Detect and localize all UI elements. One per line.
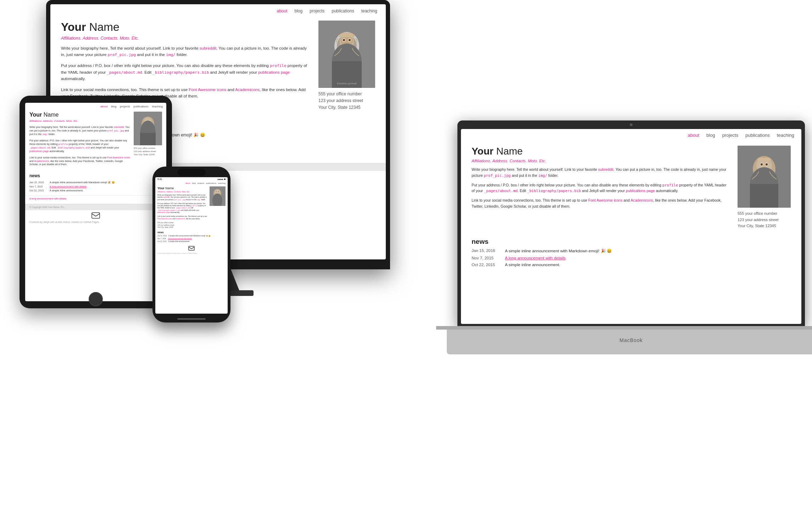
tablet-nav-teaching[interactable]: teaching — [152, 105, 163, 108]
macbook-nav-teaching[interactable]: teaching — [777, 133, 794, 138]
phone-nav-teaching[interactable]: teaching — [218, 182, 226, 184]
tablet-main: Your Name Affiliations. Address. Contact… — [29, 112, 130, 169]
monitor-nav-teaching[interactable]: teaching — [361, 9, 377, 13]
monitor-nav-about[interactable]: about — [277, 9, 288, 13]
phone-news-item-3: Oct 22, 2015 A simple inline announcemen… — [157, 241, 226, 242]
monitor-bio2: Put your address / P.O. box / other info… — [61, 62, 310, 82]
macbook-nav-blog[interactable]: blog — [706, 133, 715, 138]
svg-point-37 — [761, 163, 763, 166]
macbook-bio3: Link to your social media connections, t… — [472, 197, 729, 209]
phone-nav-projects[interactable]: projects — [198, 182, 204, 184]
phone-email-section — [155, 245, 228, 252]
tablet-home-button[interactable] — [89, 292, 103, 306]
macbook-news-item-1: Jan 15, 2016 A simple inline announcemen… — [472, 248, 791, 253]
svg-rect-22 — [92, 213, 100, 218]
phone-news-item-2: Nov 7, 2015 A long announcement with det… — [157, 238, 226, 240]
tablet-news-item-1: Jan 15, 2016 A simple inline announcemen… — [29, 181, 162, 184]
phone-screen: 9:41 ●●●● ■ about blog projects publicat… — [155, 177, 228, 314]
phone-main: Your Name Affiliations. Address. Contact… — [157, 186, 208, 229]
tablet-news-item-3: Oct 22, 2015 A simple inline announcemen… — [29, 189, 162, 192]
phone-news-title: news — [157, 231, 226, 234]
macbook-page-title: Your Name — [472, 146, 729, 157]
macbook-screen: about blog projects publications teachin… — [461, 129, 801, 324]
tablet-affiliations: Affiliations. Address. Contacts. Moto. E… — [29, 119, 130, 123]
tablet-nav-publications[interactable]: publications — [134, 105, 149, 108]
phone-nav-about[interactable]: about — [185, 182, 190, 184]
tablet-frame: about blog projects publications teachin… — [20, 96, 172, 308]
macbook-screen-area: about blog projects publications teachin… — [457, 120, 805, 326]
macbook-news-section: news Jan 15, 2016 A simple inline announ… — [461, 234, 801, 273]
macbook-nav-projects[interactable]: projects — [722, 133, 739, 138]
phone-nav-publications[interactable]: publications — [206, 182, 216, 184]
tablet-nav-projects[interactable]: projects — [120, 105, 130, 108]
phone-powered-by: Powered by Jekyll with al-folio theme. H… — [155, 252, 228, 255]
macbook-news-item-3: Oct 22, 2015 A simple inline announcemen… — [472, 263, 791, 267]
tablet-news-title: news — [29, 173, 162, 178]
monitor-sidebar: Einstein portrait 555 your office number… — [318, 21, 375, 111]
phone-email-icon — [188, 246, 195, 251]
macbook-main: Your Name Affiliations. Address. Contact… — [472, 146, 729, 229]
phone-bio1: Write your biography here. Tell the worl… — [157, 194, 208, 201]
monitor-address: 555 your office number 123 your address … — [318, 91, 375, 111]
phone-nav: about blog projects publications teachin… — [155, 181, 228, 185]
svg-rect-21 — [140, 133, 156, 145]
phone-home-bar[interactable] — [177, 318, 206, 320]
svg-text:Einstein portrait: Einstein portrait — [337, 82, 357, 85]
phone-frame: 9:41 ●●●● ■ about blog projects publicat… — [152, 167, 230, 322]
phone-status-bar: 9:41 ●●●● ■ — [155, 177, 228, 181]
monitor-photo: Einstein portrait — [318, 21, 375, 88]
macbook-brand-label: MacBook — [619, 337, 643, 343]
monitor-page-title: Your Name — [61, 21, 310, 34]
macbook-news-title: news — [472, 238, 791, 246]
phone-sidebar — [210, 186, 226, 229]
phone-photo — [210, 186, 226, 206]
phone-nav-blog[interactable]: blog — [192, 182, 195, 184]
phone-time: 9:41 — [157, 178, 162, 180]
svg-point-7 — [343, 39, 345, 41]
monitor-nav-projects[interactable]: projects — [310, 9, 324, 13]
phone-bio3: Link to your social media connections, t… — [157, 215, 208, 220]
tablet-page-title: Your Name — [29, 112, 130, 118]
phone-news-item-1: Jan 15, 2016 A simple inline announcemen… — [157, 235, 226, 237]
tablet-news-section: news Jan 15, 2016 A simple inline announ… — [25, 171, 166, 195]
macbook-nav-publications[interactable]: publications — [745, 133, 770, 138]
tablet-bio1: Write your biography here. Tell the worl… — [29, 125, 130, 136]
tablet-nav: about blog projects publications teachin… — [25, 103, 166, 110]
tablet-bio3: Link to your social media connections, t… — [29, 156, 130, 166]
monitor-affiliations: Affiliations. Address. Contacts. Moto. E… — [61, 36, 310, 41]
monitor-nav-publications[interactable]: publications — [332, 9, 354, 13]
tablet-email-section — [25, 210, 166, 220]
monitor-bio1: Write your biography here. Tell the worl… — [61, 45, 310, 58]
phone-affiliations: Affiliations. Address. Contacts. Moto. E… — [157, 191, 208, 193]
monitor-nav: about blog projects publications teachin… — [50, 4, 386, 16]
macbook-device: about blog projects publications teachin… — [457, 120, 805, 354]
tablet-screen: about blog projects publications teachin… — [25, 103, 166, 301]
tablet-nav-blog[interactable]: blog — [111, 105, 116, 108]
tablet-device: about blog projects publications teachin… — [20, 96, 172, 308]
macbook-address: 555 your office number 123 your address … — [738, 211, 791, 229]
tablet-sidebar: 555 your office number 123 your address … — [134, 112, 162, 169]
svg-rect-41 — [750, 184, 778, 208]
svg-point-28 — [216, 191, 217, 192]
phone-news-section: news Jan 15, 2016 A simple inline announ… — [155, 230, 228, 245]
svg-point-38 — [766, 163, 768, 166]
scene: about blog projects publications teachin… — [0, 0, 812, 516]
macbook-camera — [630, 123, 633, 126]
phone-signal: ●●●● ■ — [217, 178, 226, 180]
monitor-nav-blog[interactable]: blog — [295, 9, 303, 13]
macbook-bio1: Write your biography here. Tell the worl… — [472, 167, 729, 179]
phone-page-title: Your Name — [157, 186, 208, 190]
phone-content: Your Name Affiliations. Address. Contact… — [155, 185, 228, 230]
macbook-base: MacBook — [447, 326, 812, 354]
phone-address: 555 your office number 123 your address … — [157, 222, 208, 229]
tablet-announcement: A long announcement with details — [25, 195, 166, 202]
macbook-nav-about[interactable]: about — [688, 133, 700, 138]
macbook-photo — [738, 146, 791, 208]
tablet-email-icon — [91, 212, 100, 219]
svg-point-29 — [218, 191, 219, 192]
macbook-hinge — [436, 326, 812, 330]
macbook-affiliations: Affiliations. Address. Contacts. Moto. E… — [472, 159, 729, 163]
macbook-bio2: Put your address / P.O. box / other info… — [472, 182, 729, 194]
tablet-nav-about[interactable]: about — [100, 105, 107, 108]
macbook-nav: about blog projects publications teachin… — [461, 129, 801, 141]
